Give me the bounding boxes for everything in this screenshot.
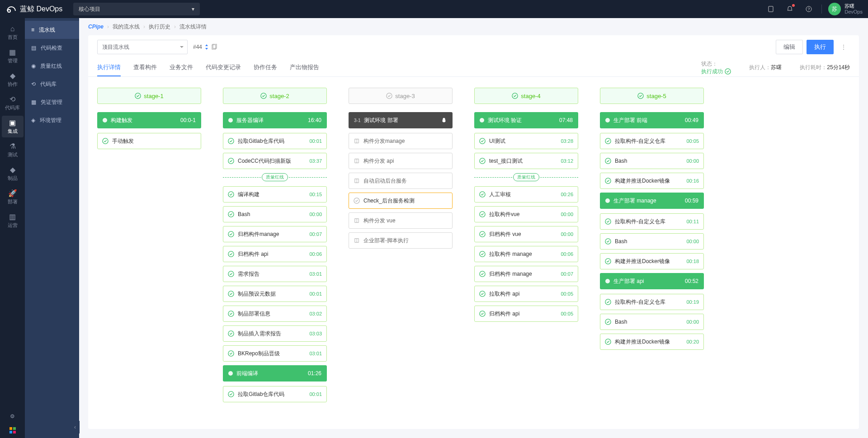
tab[interactable]: 查看构件 bbox=[133, 59, 157, 76]
help-icon[interactable]: ? bbox=[802, 3, 815, 15]
tab[interactable]: 代码变更记录 bbox=[206, 59, 241, 76]
pipeline-step[interactable]: 构件分发manage bbox=[349, 133, 453, 149]
pipeline-step[interactable]: BKRepo制品晋级03:01 bbox=[223, 345, 327, 362]
copy-icon[interactable] bbox=[211, 44, 217, 50]
job-header[interactable]: 前端编译01:26 bbox=[223, 365, 327, 381]
svg-point-2 bbox=[8, 9, 10, 12]
nav-item-2[interactable]: ◆协作 bbox=[2, 69, 24, 90]
bell-icon[interactable] bbox=[783, 3, 796, 15]
pipeline-step[interactable]: test_接口测试03:12 bbox=[474, 153, 578, 169]
tab[interactable]: 协作任务 bbox=[254, 59, 277, 76]
stage-header[interactable]: stage-1 bbox=[97, 88, 201, 104]
pipeline-step[interactable]: 手动触发 bbox=[97, 133, 201, 149]
pipeline-step[interactable]: 构建并推送Docker镜像00:20 bbox=[600, 334, 704, 350]
pipeline-step[interactable]: 自动启动后台服务 bbox=[349, 173, 453, 189]
logo[interactable]: 蓝鲸 DevOps bbox=[5, 5, 62, 14]
nav-item-6[interactable]: ◆制品 bbox=[2, 163, 24, 184]
pipeline-step[interactable]: 归档构件 api00:05 bbox=[474, 306, 578, 322]
quality-gate[interactable]: 质量红线 bbox=[474, 173, 578, 182]
pipeline-step[interactable]: 拉取构件 api00:05 bbox=[474, 286, 578, 302]
pipeline-step[interactable]: 编译构建00:15 bbox=[223, 186, 327, 203]
gear-icon[interactable]: ⚙ bbox=[6, 410, 19, 423]
nav-item-3[interactable]: ⟲代码库 bbox=[2, 92, 24, 114]
project-selector[interactable]: 核心项目 ▾ bbox=[73, 3, 200, 15]
breadcrumb-item[interactable]: 执行历史 bbox=[149, 23, 170, 31]
stage-header[interactable]: stage-5 bbox=[600, 88, 704, 104]
doc-icon[interactable] bbox=[764, 3, 777, 15]
check-icon bbox=[228, 138, 234, 144]
pipeline-step[interactable]: 构件分发 api bbox=[349, 153, 453, 169]
pipeline-step[interactable]: 拉取构件-自定义仓库00:11 bbox=[600, 213, 704, 230]
job-header[interactable]: 测试环境 验证07:48 bbox=[474, 112, 578, 128]
stage-header[interactable]: stage-3 bbox=[349, 88, 453, 104]
pipeline-step[interactable]: 拉取Gitlab仓库代码00:01 bbox=[223, 386, 327, 402]
pipeline-step[interactable]: Check_后台服务检测 bbox=[349, 193, 453, 209]
pipeline-step[interactable]: 拉取构件 manage00:06 bbox=[474, 246, 578, 262]
clipboard-icon bbox=[354, 237, 360, 244]
more-button[interactable]: ⋮ bbox=[837, 40, 850, 54]
pipeline-step[interactable]: 归档构件 api00:06 bbox=[223, 246, 327, 262]
user-menu[interactable]: 苏 苏曙 DevOps bbox=[828, 3, 863, 15]
nav-item-1[interactable]: ▦管理 bbox=[2, 45, 24, 67]
subnav-item[interactable]: ▤代码检查 bbox=[25, 39, 79, 57]
subnav-item[interactable]: ⟲代码库 bbox=[25, 75, 79, 93]
nav-item-0[interactable]: ⌂首页 bbox=[2, 22, 24, 43]
check-icon bbox=[605, 319, 611, 325]
job-header[interactable]: 3-1测试环境 部署 bbox=[349, 112, 453, 128]
tab[interactable]: 产出物报告 bbox=[290, 59, 319, 76]
breadcrumb-brand[interactable]: CPipe bbox=[88, 24, 104, 30]
stage-header[interactable]: stage-4 bbox=[474, 88, 578, 104]
job-header[interactable]: 生产部署 manage00:59 bbox=[600, 193, 704, 209]
build-number[interactable]: #44 bbox=[193, 44, 217, 50]
subnav-item[interactable]: ≡流水线 bbox=[25, 21, 79, 39]
job-header[interactable]: 构建触发00:0-1 bbox=[97, 112, 201, 128]
pipeline-step[interactable]: 需求报告03:01 bbox=[223, 266, 327, 282]
stage-header[interactable]: stage-2 bbox=[223, 88, 327, 104]
nav-item-4[interactable]: ▣集成 bbox=[2, 116, 24, 137]
quality-gate[interactable]: 质量红线 bbox=[223, 173, 327, 182]
nav-item-7[interactable]: 🚀部署 bbox=[2, 186, 24, 208]
check-icon bbox=[228, 291, 234, 297]
pipeline-step[interactable]: Bash00:00 bbox=[600, 153, 704, 169]
pipeline-step[interactable]: UI测试03:28 bbox=[474, 133, 578, 149]
nav-item-5[interactable]: ⚗测试 bbox=[2, 139, 24, 161]
subnav-item[interactable]: ▦凭证管理 bbox=[25, 93, 79, 111]
pipeline-step[interactable]: 企业部署-脚本执行 bbox=[349, 232, 453, 249]
pipeline-step[interactable]: 人工审核00:26 bbox=[474, 186, 578, 203]
subnav-item[interactable]: ◉质量红线 bbox=[25, 57, 79, 75]
pipeline-step[interactable]: CodeCC代码扫描新版03:37 bbox=[223, 153, 327, 169]
pipeline-step[interactable]: 归档构件 vue00:00 bbox=[474, 226, 578, 242]
check-icon bbox=[605, 138, 611, 144]
pipeline-step[interactable]: 归档构件 manage00:07 bbox=[474, 266, 578, 282]
job-header[interactable]: 生产部署 api00:52 bbox=[600, 273, 704, 289]
nav-item-8[interactable]: ▥运营 bbox=[2, 210, 24, 231]
pipeline-step[interactable]: 构建并推送Docker镜像00:18 bbox=[600, 253, 704, 269]
pipeline-step[interactable]: 归档构件manage00:07 bbox=[223, 226, 327, 242]
pipeline-step[interactable]: 拉取Gitlab仓库代码00:01 bbox=[223, 133, 327, 149]
edit-button[interactable]: 编辑 bbox=[776, 40, 803, 54]
pipeline-step[interactable]: 制品预设元数据00:01 bbox=[223, 286, 327, 302]
pipeline-step[interactable]: Bash00:00 bbox=[600, 233, 704, 250]
job-header[interactable]: 生产部署 前端00:49 bbox=[600, 112, 704, 128]
check-icon bbox=[479, 158, 486, 164]
apps-icon[interactable] bbox=[9, 427, 16, 433]
pipeline-step[interactable]: 拉取构件vue00:00 bbox=[474, 206, 578, 222]
pipeline-step[interactable]: 拉取构件-自定义仓库00:05 bbox=[600, 133, 704, 149]
pipeline-step[interactable]: 构件分发 vue bbox=[349, 212, 453, 229]
pipeline-step[interactable]: 制品部署信息03:02 bbox=[223, 306, 327, 322]
pipeline-canvas[interactable]: stage-1构建触发00:0-1手动触发stage-2服务器编译16:40拉取… bbox=[88, 77, 859, 429]
pipeline-selector[interactable]: 顶目流水线 bbox=[97, 40, 188, 54]
breadcrumb-item[interactable]: 我的流水线 bbox=[113, 23, 140, 31]
collapse-button[interactable]: ‹ bbox=[71, 421, 80, 433]
pipeline-step[interactable]: 构建并推送Docker镜像00:16 bbox=[600, 173, 704, 189]
check-icon bbox=[479, 211, 486, 217]
pipeline-step[interactable]: Bash00:00 bbox=[600, 314, 704, 330]
pipeline-step[interactable]: Bash00:00 bbox=[223, 206, 327, 222]
pipeline-step[interactable]: 拉取构件-自定义仓库00:19 bbox=[600, 294, 704, 310]
tab[interactable]: 业务文件 bbox=[170, 59, 193, 76]
pipeline-step[interactable]: 制品插入需求报告03:03 bbox=[223, 325, 327, 342]
tab[interactable]: 执行详情 bbox=[97, 59, 121, 76]
job-header[interactable]: 服务器编译16:40 bbox=[223, 112, 327, 128]
subnav-item[interactable]: ◈环境管理 bbox=[25, 111, 79, 129]
run-button[interactable]: 执行 bbox=[807, 40, 834, 54]
